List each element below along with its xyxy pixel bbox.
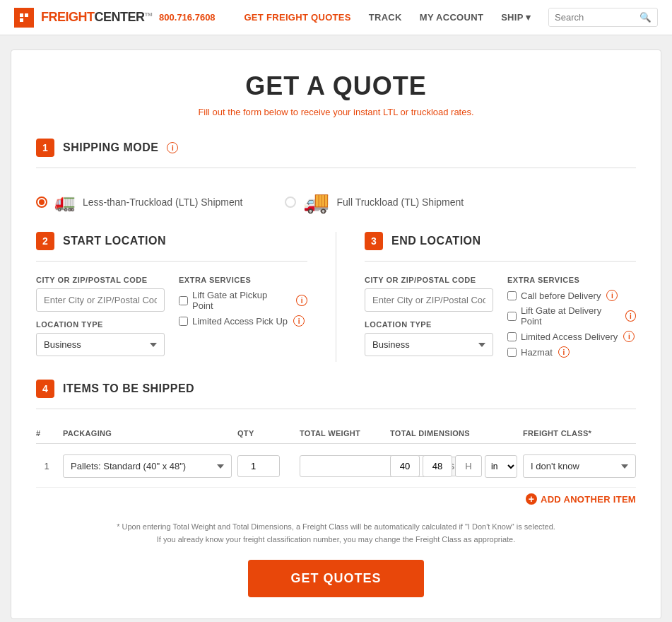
ltl-label: Less-than-Truckload (LTL) Shipment <box>83 196 242 208</box>
shipping-mode-title: SHIPPING MODE <box>63 141 158 154</box>
end-city-input[interactable] <box>365 288 493 312</box>
start-location-block: 2 START LOCATION CITY OR ZIP/POSTAL CODE… <box>36 232 307 362</box>
search-area: 🔍 <box>548 8 658 27</box>
start-location-inner: CITY OR ZIP/POSTAL CODE LOCATION TYPE Bu… <box>36 276 307 356</box>
start-location-header: 2 START LOCATION <box>36 232 307 250</box>
end-location-inner: CITY OR ZIP/POSTAL CODE LOCATION TYPE Bu… <box>365 276 636 362</box>
ftl-radio[interactable] <box>285 196 296 208</box>
nav-links: GET FREIGHT QUOTES TRACK MY ACCOUNT SHIP… <box>244 8 658 27</box>
ltl-radio[interactable] <box>36 196 47 208</box>
ftl-label: Full Truckload (TL) Shipment <box>336 196 464 208</box>
dim-w-input[interactable] <box>423 455 452 477</box>
call-before-delivery-info-icon[interactable]: i <box>606 290 618 301</box>
col-qty: QTY <box>237 429 294 438</box>
start-city-input[interactable] <box>36 288 165 312</box>
col-packaging: PACKAGING <box>63 429 232 438</box>
limited-access-delivery-checkbox[interactable] <box>507 332 517 341</box>
packaging-select[interactable]: Pallets: Standard (40" x 48") Pallets: C… <box>63 454 232 478</box>
qty-input[interactable] <box>237 455 280 477</box>
dims-group: in cm <box>390 455 517 478</box>
logo-text: FREIGHTCENTERTM <box>41 10 152 25</box>
svg-rect-2 <box>25 13 28 17</box>
add-another-item-button[interactable]: + ADD ANOTHER ITEM <box>526 493 636 505</box>
dim-h-input[interactable] <box>455 455 482 477</box>
col-total-dimensions: TOTAL DIMENSIONS <box>390 429 517 438</box>
start-location-left: CITY OR ZIP/POSTAL CODE LOCATION TYPE Bu… <box>36 276 165 356</box>
dim-unit-select[interactable]: in cm <box>485 455 517 478</box>
hazmat-info-icon[interactable]: i <box>558 346 570 358</box>
end-city-label: CITY OR ZIP/POSTAL CODE <box>365 276 493 284</box>
lift-gate-delivery-info-icon[interactable]: i <box>625 310 636 322</box>
logo-area: FREIGHTCENTERTM 800.716.7608 <box>14 8 216 28</box>
plus-icon: + <box>526 493 537 505</box>
locations-row: 2 START LOCATION CITY OR ZIP/POSTAL CODE… <box>36 232 636 362</box>
section-num-4: 4 <box>36 380 54 398</box>
quote-card: GET A QUOTE Fill out the form below to r… <box>11 49 661 619</box>
page-wrapper: GET A QUOTE Fill out the form below to r… <box>0 35 672 622</box>
navbar: FREIGHTCENTERTM 800.716.7608 GET FREIGHT… <box>0 0 672 35</box>
shipping-mode-header: 1 SHIPPING MODE i <box>36 139 636 157</box>
start-location-title: START LOCATION <box>63 235 166 247</box>
chevron-down-icon: ▾ <box>526 12 531 23</box>
logo-box <box>14 8 34 28</box>
items-title: ITEMS TO BE SHIPPED <box>63 382 194 395</box>
hazmat-row: Hazmat i <box>507 346 636 358</box>
shipping-modes: 🚛 Less-than-Truckload (LTL) Shipment 🚚 F… <box>36 182 636 232</box>
nav-track[interactable]: TRACK <box>369 12 402 23</box>
start-location-type-select[interactable]: Business Residential Trade Show Construc… <box>36 333 165 356</box>
search-button[interactable]: 🔍 <box>634 8 657 26</box>
freight-class-select[interactable]: I don't know 505560 657077.5 8592.5100 1… <box>523 454 636 478</box>
nav-phone: 800.716.7608 <box>159 12 216 23</box>
svg-rect-3 <box>20 18 23 22</box>
dim-l-input[interactable] <box>390 455 420 477</box>
items-header: 4 ITEMS TO BE SHIPPED <box>36 380 636 398</box>
weight-group: LBS <box>300 455 384 477</box>
row-num-1: 1 <box>36 461 57 471</box>
section-num-3: 3 <box>365 232 383 250</box>
start-extra-services: EXTRA SERVICES Lift Gate at Pickup Point… <box>179 276 307 356</box>
svg-rect-1 <box>20 13 23 17</box>
end-location-left: CITY OR ZIP/POSTAL CODE LOCATION TYPE Bu… <box>365 276 493 362</box>
limited-access-pickup-checkbox[interactable] <box>179 317 188 326</box>
ltl-option[interactable]: 🚛 Less-than-Truckload (LTL) Shipment <box>36 189 242 214</box>
lift-gate-pickup-checkbox[interactable] <box>179 296 188 305</box>
search-icon: 🔍 <box>639 12 652 23</box>
nav-ship[interactable]: SHIP ▾ <box>501 12 531 23</box>
end-location-block: 3 END LOCATION CITY OR ZIP/POSTAL CODE L… <box>365 232 636 362</box>
limited-access-pickup-label: Limited Access Pick Up <box>192 316 288 327</box>
col-num: # <box>36 429 57 438</box>
start-city-label: CITY OR ZIP/POSTAL CODE <box>36 276 165 284</box>
limited-access-delivery-label: Limited Access Delivery <box>521 331 618 342</box>
shipping-mode-info-icon[interactable]: i <box>167 142 178 153</box>
col-freight-class: FREIGHT CLASS* <box>523 429 636 438</box>
get-quotes-button[interactable]: GET QUOTES <box>248 560 423 597</box>
limited-access-delivery-info-icon[interactable]: i <box>623 331 635 342</box>
lift-gate-delivery-checkbox[interactable] <box>507 312 517 321</box>
search-input[interactable] <box>549 8 634 26</box>
start-extra-label: EXTRA SERVICES <box>179 276 307 284</box>
end-extra-services: EXTRA SERVICES Call before Delivery i Li… <box>507 276 636 362</box>
nav-get-freight-quotes[interactable]: GET FREIGHT QUOTES <box>244 12 350 23</box>
nav-my-account[interactable]: MY ACCOUNT <box>420 12 483 23</box>
table-row: 1 Pallets: Standard (40" x 48") Pallets:… <box>36 451 636 481</box>
note-line2: If you already know your freight classif… <box>36 534 636 546</box>
ltl-truck-icon: 🚛 <box>54 192 76 212</box>
end-location-type-select[interactable]: Business Residential Trade Show Construc… <box>365 333 493 356</box>
call-before-delivery-label: Call before Delivery <box>521 291 601 301</box>
limited-access-pickup-row: Limited Access Pick Up i <box>179 315 307 327</box>
ftl-truck-icon: 🚚 <box>303 189 329 214</box>
end-location-type-label: LOCATION TYPE <box>365 320 493 329</box>
add-item-label: ADD ANOTHER ITEM <box>541 494 636 505</box>
col-total-weight: TOTAL WEIGHT <box>300 429 384 438</box>
lift-gate-pickup-row: Lift Gate at Pickup Point i <box>179 290 307 311</box>
items-table-header: # PACKAGING QTY TOTAL WEIGHT TOTAL DIMEN… <box>36 423 636 444</box>
lift-gate-pickup-info-icon[interactable]: i <box>296 295 307 306</box>
ftl-option[interactable]: 🚚 Full Truckload (TL) Shipment <box>285 189 464 214</box>
call-before-delivery-checkbox[interactable] <box>507 291 517 300</box>
lift-gate-pickup-label: Lift Gate at Pickup Point <box>192 290 290 311</box>
add-item-row: + ADD ANOTHER ITEM <box>36 487 636 510</box>
note-line1: * Upon entering Total Weight and Total D… <box>36 521 636 534</box>
hazmat-checkbox[interactable] <box>507 348 517 357</box>
section-num-1: 1 <box>36 139 54 157</box>
limited-access-pickup-info-icon[interactable]: i <box>293 315 305 327</box>
